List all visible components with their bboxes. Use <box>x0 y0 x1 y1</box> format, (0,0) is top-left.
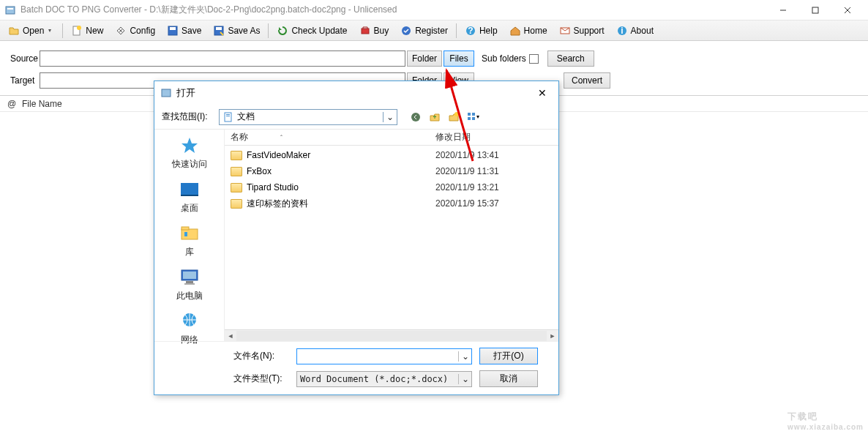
col-at: @ <box>7 99 22 109</box>
svg-rect-22 <box>226 116 230 116</box>
svg-rect-19 <box>162 89 171 97</box>
svg-rect-32 <box>182 227 189 230</box>
svg-rect-27 <box>468 117 471 120</box>
view-menu-icon[interactable]: ▾ <box>466 111 479 124</box>
source-folder-button[interactable]: Folder <box>407 50 442 67</box>
save-as-icon <box>213 25 225 37</box>
source-files-button[interactable]: Files <box>444 50 474 67</box>
list-item[interactable]: 速印标签的资料2020/11/9 15:37 <box>231 195 558 212</box>
support-button[interactable]: Support <box>554 23 610 39</box>
buy-button[interactable]: Buy <box>354 23 394 39</box>
svg-rect-9 <box>170 27 176 30</box>
documents-icon <box>222 111 234 123</box>
places-bar: 快速访问 桌面 库 此电脑 网络 <box>154 130 225 341</box>
register-button[interactable]: Register <box>395 23 453 39</box>
dialog-open-button[interactable]: 打开(O) <box>479 348 538 364</box>
about-button[interactable]: iAbout <box>611 23 659 39</box>
source-input[interactable] <box>40 50 405 67</box>
desktop-icon <box>177 179 202 200</box>
sub-folders-label: Sub folders <box>482 53 526 64</box>
svg-rect-29 <box>181 183 198 195</box>
new-folder-icon[interactable] <box>447 111 460 124</box>
place-quick-access[interactable]: 快速访问 <box>172 135 207 171</box>
save-button[interactable]: Save <box>162 23 206 39</box>
scroll-right-icon[interactable]: ► <box>547 331 558 341</box>
computer-icon <box>177 267 202 288</box>
svg-rect-36 <box>186 281 193 283</box>
svg-rect-0 <box>6 7 15 14</box>
folder-icon <box>231 183 242 192</box>
place-thispc[interactable]: 此电脑 <box>176 267 203 302</box>
place-libraries[interactable]: 库 <box>177 223 202 258</box>
lookin-label: 查找范围(I): <box>162 111 214 123</box>
home-icon <box>509 25 521 37</box>
info-icon: i <box>616 25 628 37</box>
dialog-close-button[interactable]: ✕ <box>532 85 553 101</box>
back-icon[interactable] <box>409 111 422 124</box>
open-button[interactable]: Open▾ <box>3 23 59 39</box>
list-item[interactable]: FxBox2020/11/9 11:31 <box>231 163 558 179</box>
close-button[interactable] <box>831 0 864 20</box>
svg-text:?: ? <box>468 26 473 36</box>
config-button[interactable]: Config <box>110 23 160 39</box>
filename-label: 文件名(N): <box>233 350 289 362</box>
main-toolbar: Open▾ New Config Save Save As Check Upda… <box>0 20 868 41</box>
titlebar: Batch DOC TO PNG Converter - D:\新建文件夹\Do… <box>0 0 868 20</box>
col-name-header[interactable]: 名称ˆ <box>231 131 435 143</box>
chevron-down-icon[interactable]: ⌄ <box>458 374 471 384</box>
svg-rect-1 <box>7 8 13 10</box>
help-button[interactable]: ?Help <box>460 23 503 39</box>
horizontal-scrollbar[interactable]: ◄ ► <box>225 329 558 341</box>
home-button[interactable]: Home <box>504 23 553 39</box>
separator <box>62 23 63 38</box>
folder-icon <box>231 167 242 176</box>
sort-asc-icon: ˆ <box>280 134 283 141</box>
place-desktop[interactable]: 桌面 <box>177 179 202 214</box>
new-icon <box>71 25 83 37</box>
list-item[interactable]: Tipard Studio2020/11/9 13:21 <box>231 179 558 195</box>
svg-rect-20 <box>225 113 231 121</box>
dialog-title: 打开 <box>176 86 195 100</box>
separator <box>456 23 457 38</box>
open-icon <box>8 25 20 37</box>
quick-access-icon <box>177 135 202 156</box>
chevron-down-icon: ⌄ <box>383 112 394 122</box>
target-label: Target <box>10 75 40 86</box>
svg-rect-3 <box>812 7 818 13</box>
refresh-icon <box>277 25 288 37</box>
sub-folders-checkbox[interactable] <box>529 54 539 64</box>
file-list: 名称ˆ 修改日期 FastVideoMaker2020/11/9 13:41 F… <box>225 130 558 341</box>
svg-rect-33 <box>184 232 187 236</box>
lookin-select[interactable]: 文档 ⌄ <box>219 109 397 125</box>
minimize-button[interactable] <box>767 0 799 20</box>
convert-button[interactable]: Convert <box>564 72 610 89</box>
svg-rect-12 <box>362 29 369 34</box>
svg-point-24 <box>454 112 459 116</box>
dialog-cancel-button[interactable]: 取消 <box>479 370 538 387</box>
folder-icon <box>231 199 242 209</box>
new-button[interactable]: New <box>66 23 108 39</box>
up-folder-icon[interactable] <box>428 111 441 124</box>
col-file-name[interactable]: File Name <box>22 99 62 109</box>
svg-rect-25 <box>468 113 471 116</box>
libraries-icon <box>177 223 202 244</box>
register-icon <box>400 25 412 37</box>
dropdown-icon: ▾ <box>48 27 54 34</box>
svg-rect-31 <box>182 229 198 239</box>
search-button[interactable]: Search <box>547 50 594 67</box>
filename-input[interactable]: ⌄ <box>296 348 472 364</box>
filetype-select[interactable]: Word Document (*.doc;*.docx)⌄ <box>296 371 472 387</box>
save-icon <box>167 25 179 37</box>
support-icon <box>559 25 571 37</box>
check-update-button[interactable]: Check Update <box>272 23 352 39</box>
window-title: Batch DOC TO PNG Converter - D:\新建文件夹\Do… <box>20 4 767 16</box>
filetype-label: 文件类型(T): <box>233 373 289 385</box>
save-as-button[interactable]: Save As <box>208 23 265 39</box>
chevron-down-icon[interactable]: ⌄ <box>458 351 471 362</box>
maximize-button[interactable] <box>799 0 831 20</box>
help-icon: ? <box>465 25 476 37</box>
col-date-header[interactable]: 修改日期 <box>435 131 558 143</box>
list-item[interactable]: FastVideoMaker2020/11/9 13:41 <box>231 147 558 163</box>
scroll-left-icon[interactable]: ◄ <box>225 331 236 341</box>
config-icon <box>115 25 127 37</box>
